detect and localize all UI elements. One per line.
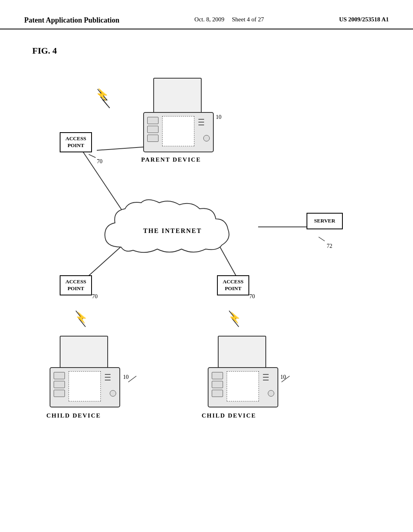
child-device-2-label: CHILD DEVICE xyxy=(202,412,256,419)
ref-10-child2: 10 xyxy=(280,374,286,380)
internet-cloud: THE INTERNET xyxy=(89,199,270,263)
access-point-bottom-right: ACCESS POINT xyxy=(217,275,249,295)
svg-line-11 xyxy=(319,237,325,241)
ref-70-top: 70 xyxy=(97,158,102,165)
page-header: Patent Application Publication Oct. 8, 2… xyxy=(0,0,413,29)
ref-72: 72 xyxy=(327,243,332,249)
publication-date-sheet: Oct. 8, 2009 Sheet 4 of 27 xyxy=(194,16,264,23)
wireless-symbol-child1: ⚡ xyxy=(75,312,88,324)
child-device-2-body xyxy=(208,367,278,407)
child-device-1-body xyxy=(50,367,120,407)
parent-device-label: PARENT DEVICE xyxy=(141,156,201,163)
ref-10-parent: 10 xyxy=(216,114,221,121)
svg-line-8 xyxy=(89,154,96,158)
parent-device-top-screen xyxy=(153,78,202,114)
diagram-area: FIG. 4 xyxy=(0,29,413,529)
wireless-symbol-parent: ⚡ xyxy=(95,88,109,101)
publication-number: US 2009/253518 A1 xyxy=(339,16,389,23)
ref-70-bottom-right: 70 xyxy=(249,293,255,300)
parent-device-body xyxy=(143,112,214,152)
child-device-1-top-screen xyxy=(60,336,108,368)
child-device-2-top-screen xyxy=(218,336,266,368)
figure-label: FIG. 4 xyxy=(32,46,57,56)
wireless-symbol-child2: ⚡ xyxy=(228,312,241,324)
svg-text:THE  INTERNET: THE INTERNET xyxy=(143,227,202,234)
access-point-top: ACCESS POINT xyxy=(60,132,92,152)
publication-type: Patent Application Publication xyxy=(24,16,119,25)
server-box: SERVER xyxy=(307,213,343,229)
ref-10-child1: 10 xyxy=(123,374,129,380)
ref-70-bottom-left: 70 xyxy=(92,293,98,300)
access-point-bottom-left: ACCESS POINT xyxy=(60,275,92,295)
child-device-1-label: CHILD DEVICE xyxy=(46,412,101,419)
svg-line-6 xyxy=(128,376,136,382)
